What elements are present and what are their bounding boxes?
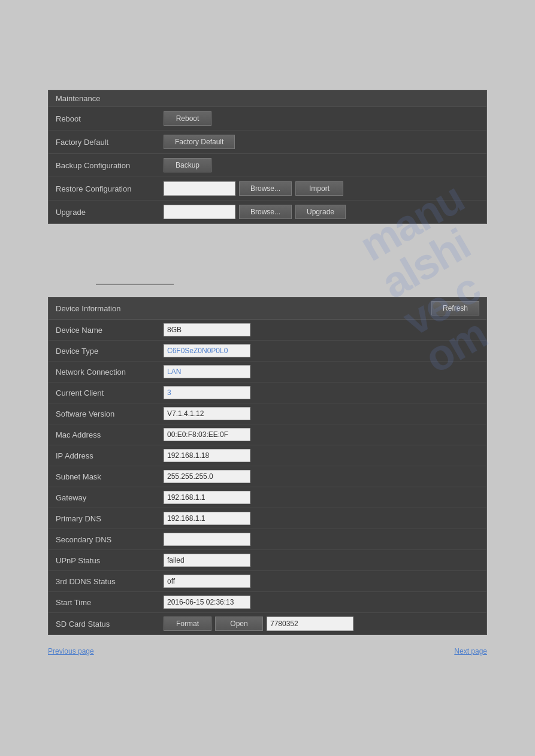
reboot-button[interactable]: Reboot <box>164 111 211 126</box>
backup-button[interactable]: Backup <box>164 158 211 172</box>
mac-address-value: 00:E0:F8:03:EE:0F <box>164 428 250 441</box>
reboot-label: Reboot <box>56 114 164 123</box>
maintenance-panel: Maintenance Reboot Reboot Factory Defaul… <box>48 90 487 224</box>
gateway-label: Gateway <box>56 493 164 502</box>
next-page-link[interactable]: Next page <box>454 647 487 655</box>
device-info-header: Device Information Refresh <box>49 297 486 320</box>
device-type-label: Device Type <box>56 347 164 356</box>
section-divider <box>96 284 174 285</box>
restore-config-label: Restore Configuration <box>56 184 164 193</box>
mac-address-row: Mac Address 00:E0:F8:03:EE:0F <box>49 424 486 445</box>
ip-address-row: IP Address 192.168.1.18 <box>49 445 486 466</box>
secondary-dns-value <box>164 533 250 546</box>
restore-config-row: Restore Configuration Browse... Import <box>49 177 486 201</box>
refresh-button[interactable]: Refresh <box>431 301 479 315</box>
maintenance-header: Maintenance <box>49 90 486 107</box>
upnp-status-label: UPnP Status <box>56 556 164 565</box>
upgrade-input[interactable] <box>164 205 235 219</box>
gateway-value: 192.168.1.1 <box>164 491 250 504</box>
device-info-title: Device Information <box>56 304 120 313</box>
start-time-label: Start Time <box>56 598 164 607</box>
restore-config-input[interactable] <box>164 181 235 196</box>
mac-address-label: Mac Address <box>56 430 164 439</box>
gateway-row: Gateway 192.168.1.1 <box>49 487 486 508</box>
sd-card-label: SD Card Status <box>56 620 164 629</box>
reboot-row: Reboot Reboot <box>49 107 486 130</box>
device-type-row: Device Type C6F0SeZ0N0P0L0 <box>49 341 486 362</box>
upgrade-button[interactable]: Upgrade <box>295 205 346 219</box>
bottom-navigation: Previous page Next page <box>48 635 487 661</box>
subnet-mask-value: 255.255.255.0 <box>164 470 250 483</box>
ddns-status-row: 3rd DDNS Status off <box>49 571 486 592</box>
subnet-mask-label: Subnet Mask <box>56 472 164 481</box>
restore-browse-button[interactable]: Browse... <box>239 181 292 196</box>
subnet-mask-row: Subnet Mask 255.255.255.0 <box>49 466 486 487</box>
primary-dns-label: Primary DNS <box>56 514 164 523</box>
upnp-status-row: UPnP Status failed <box>49 550 486 571</box>
upgrade-row: Upgrade Browse... Upgrade <box>49 201 486 223</box>
network-connection-label: Network Connection <box>56 368 164 377</box>
factory-default-button[interactable]: Factory Default <box>164 135 235 149</box>
ip-address-label: IP Address <box>56 451 164 460</box>
network-connection-value: LAN <box>164 365 250 378</box>
ddns-status-label: 3rd DDNS Status <box>56 577 164 586</box>
current-client-value: 3 <box>164 386 250 399</box>
backup-config-row: Backup Configuration Backup <box>49 154 486 177</box>
primary-dns-value: 192.168.1.1 <box>164 512 250 525</box>
import-button[interactable]: Import <box>295 181 343 196</box>
ddns-status-value: off <box>164 575 250 588</box>
current-client-label: Current Client <box>56 388 164 397</box>
device-info-panel: Device Information Refresh Device Name 8… <box>48 297 487 635</box>
network-connection-row: Network Connection LAN <box>49 362 486 382</box>
secondary-dns-label: Secondary DNS <box>56 535 164 544</box>
factory-default-label: Factory Default <box>56 138 164 147</box>
device-name-row: Device Name 8GB <box>49 320 486 341</box>
ip-address-value: 192.168.1.18 <box>164 449 250 462</box>
sd-open-button[interactable]: Open <box>215 617 263 631</box>
start-time-row: Start Time 2016-06-15 02:36:13 <box>49 592 486 613</box>
backup-config-label: Backup Configuration <box>56 161 164 170</box>
start-time-value: 2016-06-15 02:36:13 <box>164 596 250 609</box>
sd-format-button[interactable]: Format <box>164 617 211 631</box>
sd-card-row: SD Card Status Format Open 7780352 <box>49 613 486 634</box>
current-client-row: Current Client 3 <box>49 382 486 403</box>
upgrade-label: Upgrade <box>56 208 164 217</box>
software-version-label: Software Version <box>56 409 164 418</box>
software-version-value: V7.1.4.1.12 <box>164 407 250 420</box>
factory-default-row: Factory Default Factory Default <box>49 130 486 154</box>
prev-page-link[interactable]: Previous page <box>48 647 94 655</box>
secondary-dns-row: Secondary DNS <box>49 529 486 550</box>
primary-dns-row: Primary DNS 192.168.1.1 <box>49 508 486 529</box>
device-name-value: 8GB <box>164 323 250 336</box>
sd-card-value: 7780352 <box>267 617 353 631</box>
device-type-value: C6F0SeZ0N0P0L0 <box>164 344 250 357</box>
device-name-label: Device Name <box>56 326 164 335</box>
upnp-status-value: failed <box>164 554 250 567</box>
software-version-row: Software Version V7.1.4.1.12 <box>49 403 486 424</box>
upgrade-browse-button[interactable]: Browse... <box>239 205 292 219</box>
